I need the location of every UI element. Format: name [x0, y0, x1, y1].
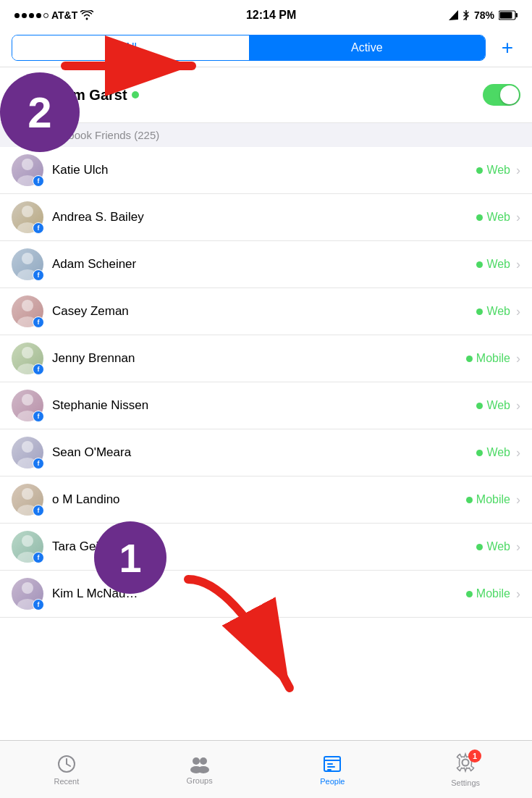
settings-badge-container: 1 — [455, 752, 476, 776]
svg-point-32 — [200, 757, 207, 765]
svg-point-12 — [22, 253, 33, 264]
tab-settings[interactable]: 1 Settings — [436, 752, 494, 787]
tab-settings-label: Settings — [451, 778, 480, 787]
friend-status: Web — [476, 399, 510, 412]
battery-label: 78% — [474, 9, 494, 21]
friend-item[interactable]: fAndrea S. BaileyWeb› — [0, 194, 532, 241]
chevron-right-icon: › — [516, 304, 520, 319]
friend-item[interactable]: fCasey ZemanWeb› — [0, 288, 532, 335]
friend-avatar: f — [12, 390, 43, 421]
friend-status: Web — [476, 211, 510, 224]
status-dot — [476, 308, 483, 315]
friend-item[interactable]: fSean O'MearaWeb› — [0, 429, 532, 476]
friend-item[interactable]: fTara Geiss…Web› — [0, 524, 532, 571]
active-tab[interactable]: Active — [249, 35, 486, 60]
profile-online-dot — [132, 91, 139, 98]
chevron-right-icon: › — [516, 539, 520, 555]
status-dot — [476, 261, 483, 268]
groups-icon — [189, 755, 211, 773]
signal-dot-5 — [43, 13, 48, 18]
friend-name: o M Landino — [52, 492, 466, 507]
friend-fb-badge: f — [33, 175, 44, 187]
status-label: Web — [486, 164, 510, 177]
friend-status: Web — [476, 305, 510, 318]
annotation-circle-1: 1 — [94, 521, 166, 594]
chevron-right-icon: › — [516, 351, 520, 366]
friend-name: Katie Ulch — [52, 163, 476, 177]
status-dot — [466, 356, 473, 362]
svg-point-14 — [22, 300, 33, 311]
status-label: Web — [486, 399, 510, 412]
battery-icon — [499, 10, 518, 20]
tab-people[interactable]: People — [303, 754, 361, 786]
tab-groups[interactable]: Groups — [171, 755, 229, 785]
friend-name: Jenny Brennan — [52, 351, 466, 366]
friend-fb-badge: f — [33, 269, 44, 281]
friend-fb-badge: f — [33, 458, 44, 469]
time-display: 12:14 PM — [246, 9, 296, 22]
status-dot — [476, 167, 483, 174]
friend-name: Sean O'Meara — [52, 445, 476, 460]
status-label: Web — [486, 305, 510, 318]
friend-item[interactable]: fJenny BrennanMobile› — [0, 335, 532, 382]
active-toggle[interactable] — [483, 84, 520, 106]
friend-status: Web — [476, 446, 510, 459]
signal-strength — [14, 13, 48, 18]
people-icon — [322, 754, 342, 774]
friend-name: Casey Zeman — [52, 304, 476, 319]
status-dot — [476, 214, 483, 221]
status-label: Web — [486, 211, 510, 224]
chevron-right-icon: › — [516, 492, 520, 508]
svg-rect-3 — [515, 13, 518, 17]
status-label: Mobile — [476, 587, 510, 600]
friend-name: Stephanie Nissen — [52, 398, 476, 413]
status-dot — [476, 403, 483, 409]
friend-fb-badge: f — [33, 364, 44, 375]
chevron-right-icon: › — [516, 163, 520, 178]
arrow-down — [174, 572, 333, 695]
friend-status: Web — [476, 258, 510, 271]
toggle-knob — [500, 85, 519, 104]
svg-point-24 — [22, 535, 33, 547]
friend-avatar: f — [12, 343, 43, 374]
friend-item[interactable]: fStephanie NissenWeb› — [0, 382, 532, 429]
signal-dot-3 — [29, 13, 34, 18]
status-right: 78% — [449, 9, 518, 21]
tab-recent-label: Recent — [54, 777, 79, 786]
add-button[interactable]: + — [494, 35, 520, 61]
friend-status: Web — [476, 164, 510, 177]
annotation-circle-2: 2 — [0, 72, 80, 152]
svg-point-40 — [463, 759, 469, 765]
friend-item[interactable]: fAdam ScheinerWeb› — [0, 241, 532, 288]
friend-avatar: f — [12, 437, 43, 469]
friend-name: Andrea S. Bailey — [52, 210, 476, 224]
status-label: Mobile — [476, 493, 510, 506]
friend-fb-badge: f — [33, 599, 44, 610]
friend-item[interactable]: fo M LandinoMobile› — [0, 476, 532, 524]
friend-fb-badge: f — [33, 411, 44, 422]
friend-avatar: f — [12, 531, 43, 563]
friend-fb-badge: f — [33, 222, 44, 234]
tab-people-label: People — [320, 777, 345, 786]
signal-dot-2 — [22, 13, 27, 18]
friend-avatar: f — [12, 484, 43, 516]
friend-item[interactable]: fKatie UlchWeb› — [0, 147, 532, 194]
friend-status: Mobile — [466, 352, 510, 365]
friend-avatar: f — [12, 578, 43, 610]
tab-recent[interactable]: Recent — [38, 754, 96, 786]
chevron-right-icon: › — [516, 398, 520, 413]
chevron-right-icon: › — [516, 445, 520, 461]
signal-dot-4 — [36, 13, 41, 18]
bluetooth-icon — [463, 10, 470, 20]
friend-fb-badge: f — [33, 316, 44, 328]
svg-point-16 — [22, 347, 33, 358]
tab-groups-label: Groups — [187, 776, 213, 785]
friend-status: Web — [476, 540, 510, 553]
chevron-right-icon: › — [516, 257, 520, 272]
clock-icon — [56, 754, 77, 774]
profile-info: Kim Garst — [58, 87, 483, 104]
status-label: Mobile — [476, 352, 510, 365]
friend-avatar: f — [12, 201, 43, 233]
svg-point-22 — [22, 488, 33, 500]
arrow-right — [65, 48, 210, 84]
